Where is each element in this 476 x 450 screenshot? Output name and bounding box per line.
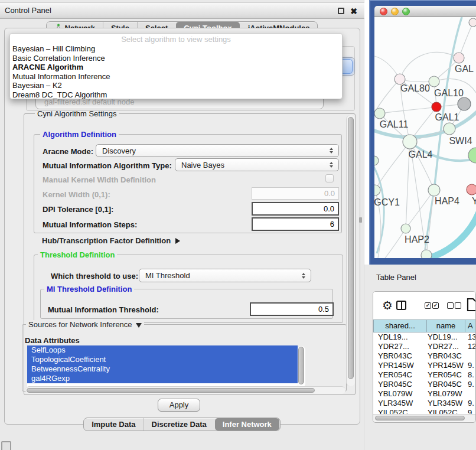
- sources-title[interactable]: Sources for Network Inference: [26, 320, 144, 329]
- tab-label: Impute Data: [92, 420, 135, 429]
- table-row[interactable]: YDL19...YDL19...13: [373, 332, 476, 342]
- table-cell: YBR045C: [378, 380, 412, 389]
- tab-infer-network[interactable]: Infer Network: [215, 418, 279, 431]
- float-window-icon[interactable]: [338, 8, 344, 14]
- table-cell: YBR045C: [428, 380, 462, 389]
- settings-vscroll-thumb[interactable]: [348, 117, 354, 379]
- dropdown-item-bayesian-hill-climbing[interactable]: Bayesian – Hill Climbing: [10, 44, 342, 54]
- column-header-a[interactable]: A: [465, 319, 476, 332]
- table-cell: YBR043C: [378, 351, 412, 361]
- network-node-label: GAL10: [434, 88, 464, 98]
- column-header-name[interactable]: name: [427, 319, 465, 332]
- settings-horizontal-scrollbar[interactable]: [25, 386, 345, 394]
- network-window-titlebar[interactable]: [374, 6, 476, 17]
- algorithm-dropdown: Select algorithm to view settings Bayesi…: [9, 33, 343, 99]
- table-cell: 12: [468, 342, 476, 351]
- list-scrollbar-thumb[interactable]: [298, 347, 304, 384]
- checked-box-icon[interactable]: ✓: [432, 302, 439, 309]
- table-cell: YER054C: [428, 370, 462, 380]
- tab-discretize-data[interactable]: Discretize Data: [144, 418, 214, 431]
- table-horizontal-scrollbar[interactable]: [373, 414, 476, 422]
- network-node[interactable]: [428, 184, 440, 196]
- apply-button[interactable]: Apply: [158, 399, 200, 412]
- network-node[interactable]: [374, 185, 380, 195]
- dropdown-item-basic-correlation-inference[interactable]: Basic Correlation Inference: [10, 54, 342, 63]
- attribute-item-topologicalcoefficient[interactable]: TopologicalCoefficient: [27, 355, 298, 364]
- dropdown-item-mutual-information-inference[interactable]: Mutual Information Inference: [10, 72, 342, 81]
- mi-steps-field[interactable]: 6: [252, 217, 339, 231]
- table-toolbar: ⚙ ✓ ✓: [373, 292, 475, 319]
- tab-label: Infer Network: [223, 420, 272, 429]
- network-node[interactable]: [467, 184, 476, 195]
- mi-threshold-group: MI Threshold Definition Mutual Informati…: [40, 289, 333, 319]
- column-header-shared[interactable]: shared...: [373, 319, 427, 332]
- manual-kernel-checkbox[interactable]: [325, 174, 334, 182]
- settings-hscroll-thumb[interactable]: [27, 388, 315, 393]
- hub-definition-expander[interactable]: Hub/Transcription Factor Definition: [42, 236, 180, 245]
- mi-threshold-title: MI Threshold Definition: [44, 285, 134, 294]
- kernel-width-field[interactable]: 0.0: [252, 187, 339, 200]
- network-node[interactable]: [469, 18, 476, 27]
- unchecked-box-icon[interactable]: [455, 302, 461, 309]
- checked-box-icon[interactable]: ✓: [425, 302, 431, 309]
- network-node-label: GCY1: [374, 197, 400, 207]
- table-panel: Table Panel ⚙ ✓ ✓ shared...nameA YDL19..…: [364, 265, 476, 450]
- close-traffic-light-icon[interactable]: [380, 8, 387, 15]
- table-hscroll-thumb[interactable]: [375, 416, 465, 420]
- settings-vertical-scrollbar[interactable]: [346, 115, 355, 386]
- mi-threshold-field[interactable]: 0.5: [250, 302, 334, 316]
- network-node[interactable]: [432, 102, 441, 112]
- tab-label: Discretize Data: [152, 420, 207, 429]
- table-row[interactable]: YBR043CYBR043C: [373, 351, 476, 361]
- attribute-item-gal4rgexp[interactable]: gal4RGexp: [27, 374, 298, 383]
- which-threshold-combo[interactable]: MI Threshold: [139, 269, 311, 282]
- table-panel-box: ⚙ ✓ ✓ shared...nameA YDL19...YDL19...13Y…: [373, 291, 476, 423]
- network-node-label: GAL4: [409, 149, 433, 159]
- table-row[interactable]: YPR145WYPR145W9.: [373, 361, 476, 370]
- dpi-tolerance-label: DPI Tolerance [0,1]:: [43, 205, 113, 214]
- close-icon[interactable]: ✖: [350, 5, 357, 18]
- table-row[interactable]: YDR27...YDR27...12: [373, 342, 476, 351]
- table-cell: YBL079W: [378, 389, 413, 399]
- table-cell: 9.: [468, 361, 474, 370]
- network-node[interactable]: [429, 76, 439, 87]
- expand-right-icon: [175, 238, 180, 244]
- table-row[interactable]: YER054CYER054C8.: [373, 370, 476, 380]
- network-node[interactable]: [401, 224, 410, 233]
- list-vertical-scrollbar[interactable]: [298, 346, 305, 387]
- split-columns-icon[interactable]: [396, 301, 406, 310]
- table-row[interactable]: YLR345WYLR345W9.: [373, 399, 476, 408]
- dropdown-item-aracne-algorithm[interactable]: ARACNE Algorithm: [10, 63, 342, 72]
- dropdown-item-bayesian-k2[interactable]: Bayesian – K2: [10, 81, 342, 90]
- table-cell: YDR27...: [428, 342, 459, 351]
- zoom-traffic-light-icon[interactable]: [402, 8, 410, 15]
- mi-type-combo[interactable]: Naive Bayes: [175, 158, 339, 171]
- panel-resize-handle[interactable]: [359, 217, 362, 223]
- network-node-label: GAL11: [380, 119, 409, 129]
- network-canvas[interactable]: GALGAL80GAL10GAL1GAL11SWI4GAL4GCY1HAP4YH…: [374, 17, 476, 258]
- network-node[interactable]: [403, 135, 417, 149]
- network-node[interactable]: [374, 156, 379, 165]
- file-icon[interactable]: [467, 298, 476, 314]
- table-row[interactable]: YBR045CYBR045C9.: [373, 380, 476, 389]
- attribute-item-betweennesscentrality[interactable]: BetweennessCentrality: [27, 364, 298, 374]
- table-cell: 8.: [468, 370, 474, 380]
- tab-impute-data[interactable]: Impute Data: [84, 418, 143, 431]
- dropdown-item-dream8-dc-tdc-algorithm[interactable]: Dream8 DC_TDC Algorithm: [10, 90, 342, 100]
- data-attributes-list: SelfLoopsTopologicalCoefficientBetweenne…: [27, 345, 298, 389]
- network-node[interactable]: [458, 97, 471, 110]
- attribute-item-selfloops[interactable]: SelfLoops: [27, 345, 298, 355]
- network-node[interactable]: [444, 123, 455, 135]
- network-node[interactable]: [374, 108, 385, 119]
- table-cell: YLR345W: [378, 399, 413, 408]
- dpi-tolerance-field[interactable]: 0.0: [252, 202, 339, 216]
- network-node[interactable]: [421, 250, 432, 258]
- dock-panel-icon[interactable]: [1, 441, 11, 450]
- network-node[interactable]: [454, 53, 464, 63]
- unchecked-box-icon[interactable]: [447, 302, 454, 309]
- aracne-mode-combo[interactable]: Discovery: [96, 144, 339, 157]
- minimize-traffic-light-icon[interactable]: [391, 8, 399, 15]
- table-row[interactable]: YBL079WYBL079W: [373, 389, 476, 399]
- gear-icon[interactable]: ⚙: [382, 299, 393, 312]
- control-panel-titlebar: Control Panel ✖: [0, 2, 364, 19]
